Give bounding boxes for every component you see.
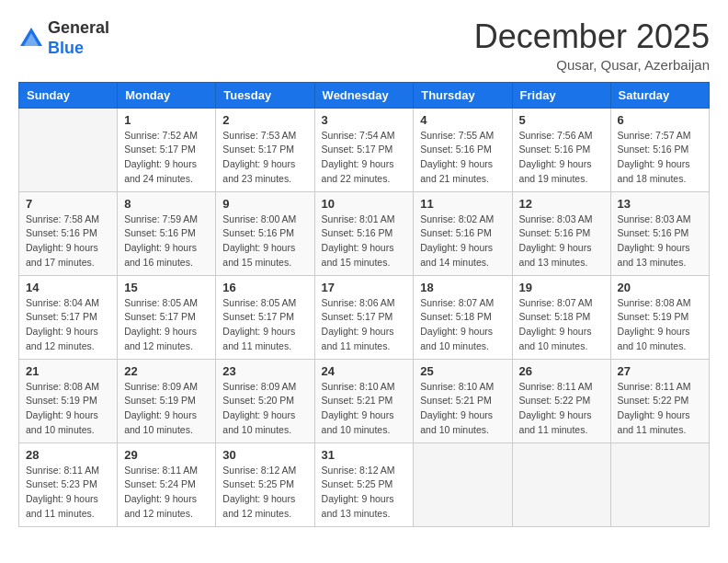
logo-text: General Blue [48, 18, 109, 58]
weekday-header-tuesday: Tuesday [216, 82, 314, 108]
calendar-cell: 21Sunrise: 8:08 AMSunset: 5:19 PMDayligh… [19, 359, 118, 442]
calendar-cell: 15Sunrise: 8:05 AMSunset: 5:17 PMDayligh… [118, 275, 216, 359]
day-number: 23 [222, 364, 307, 378]
day-number: 2 [222, 113, 307, 127]
day-number: 17 [322, 281, 407, 294]
day-number: 9 [222, 197, 307, 211]
day-number: 8 [124, 197, 209, 211]
day-info: Sunrise: 8:12 AMSunset: 5:25 PMDaylight:… [222, 464, 307, 522]
day-info: Sunrise: 7:54 AMSunset: 5:17 PMDaylight:… [322, 129, 407, 187]
calendar-week-1: 1Sunrise: 7:52 AMSunset: 5:17 PMDaylight… [19, 108, 710, 191]
day-info: Sunrise: 8:04 AMSunset: 5:17 PMDaylight:… [26, 296, 110, 354]
day-info: Sunrise: 8:10 AMSunset: 5:21 PMDaylight:… [420, 380, 505, 438]
weekday-header-friday: Friday [512, 82, 610, 108]
day-info: Sunrise: 8:05 AMSunset: 5:17 PMDaylight:… [222, 296, 307, 354]
day-info: Sunrise: 8:02 AMSunset: 5:16 PMDaylight:… [420, 213, 505, 270]
day-info: Sunrise: 7:56 AMSunset: 5:16 PMDaylight:… [519, 129, 604, 187]
weekday-header-row: SundayMondayTuesdayWednesdayThursdayFrid… [19, 82, 710, 108]
calendar-cell: 5Sunrise: 7:56 AMSunset: 5:16 PMDaylight… [512, 108, 610, 191]
weekday-header-monday: Monday [118, 82, 216, 108]
day-info: Sunrise: 8:05 AMSunset: 5:17 PMDaylight:… [124, 296, 209, 354]
day-number: 22 [124, 364, 209, 378]
logo-icon [18, 26, 44, 52]
day-number: 19 [519, 281, 604, 294]
calendar-cell: 29Sunrise: 8:11 AMSunset: 5:24 PMDayligh… [118, 442, 216, 526]
month-title: December 2025 [474, 18, 710, 55]
title-block: December 2025 Qusar, Qusar, Azerbaijan [474, 18, 710, 73]
calendar-cell: 2Sunrise: 7:53 AMSunset: 5:17 PMDaylight… [216, 108, 314, 191]
calendar-cell: 22Sunrise: 8:09 AMSunset: 5:19 PMDayligh… [118, 359, 216, 442]
day-number: 29 [124, 448, 209, 462]
day-info: Sunrise: 8:11 AMSunset: 5:22 PMDaylight:… [618, 380, 702, 438]
day-info: Sunrise: 8:08 AMSunset: 5:19 PMDaylight:… [26, 380, 110, 438]
calendar-cell: 20Sunrise: 8:08 AMSunset: 5:19 PMDayligh… [610, 275, 709, 359]
day-number: 1 [124, 113, 209, 127]
day-number: 25 [420, 364, 505, 378]
day-info: Sunrise: 7:57 AMSunset: 5:16 PMDaylight:… [618, 129, 702, 187]
calendar-cell [610, 442, 709, 526]
calendar-week-5: 28Sunrise: 8:11 AMSunset: 5:23 PMDayligh… [19, 442, 710, 526]
calendar-cell: 14Sunrise: 8:04 AMSunset: 5:17 PMDayligh… [19, 275, 118, 359]
calendar-cell: 13Sunrise: 8:03 AMSunset: 5:16 PMDayligh… [610, 191, 709, 275]
day-info: Sunrise: 8:03 AMSunset: 5:16 PMDaylight:… [519, 213, 604, 270]
day-number: 5 [519, 113, 604, 127]
day-info: Sunrise: 8:11 AMSunset: 5:23 PMDaylight:… [26, 464, 110, 522]
day-number: 7 [26, 197, 110, 211]
logo: General Blue [18, 18, 109, 58]
calendar-cell: 18Sunrise: 8:07 AMSunset: 5:18 PMDayligh… [414, 275, 512, 359]
day-info: Sunrise: 8:10 AMSunset: 5:21 PMDaylight:… [322, 380, 407, 438]
day-number: 4 [420, 113, 505, 127]
calendar-week-4: 21Sunrise: 8:08 AMSunset: 5:19 PMDayligh… [19, 359, 710, 442]
calendar-cell: 3Sunrise: 7:54 AMSunset: 5:17 PMDaylight… [314, 108, 414, 191]
day-info: Sunrise: 8:11 AMSunset: 5:22 PMDaylight:… [519, 380, 604, 438]
calendar-cell [19, 108, 118, 191]
calendar-cell: 9Sunrise: 8:00 AMSunset: 5:16 PMDaylight… [216, 191, 314, 275]
calendar-cell: 24Sunrise: 8:10 AMSunset: 5:21 PMDayligh… [314, 359, 414, 442]
calendar-cell: 12Sunrise: 8:03 AMSunset: 5:16 PMDayligh… [512, 191, 610, 275]
day-info: Sunrise: 7:58 AMSunset: 5:16 PMDaylight:… [26, 213, 110, 270]
calendar-cell: 25Sunrise: 8:10 AMSunset: 5:21 PMDayligh… [414, 359, 512, 442]
calendar-cell: 4Sunrise: 7:55 AMSunset: 5:16 PMDaylight… [414, 108, 512, 191]
location: Qusar, Qusar, Azerbaijan [474, 57, 710, 73]
calendar-cell: 30Sunrise: 8:12 AMSunset: 5:25 PMDayligh… [216, 442, 314, 526]
calendar-cell: 26Sunrise: 8:11 AMSunset: 5:22 PMDayligh… [512, 359, 610, 442]
day-info: Sunrise: 7:55 AMSunset: 5:16 PMDaylight:… [420, 129, 505, 187]
day-info: Sunrise: 8:01 AMSunset: 5:16 PMDaylight:… [322, 213, 407, 270]
day-number: 14 [26, 281, 110, 294]
calendar-cell: 31Sunrise: 8:12 AMSunset: 5:25 PMDayligh… [314, 442, 414, 526]
day-number: 28 [26, 448, 110, 462]
day-number: 10 [322, 197, 407, 211]
day-number: 3 [322, 113, 407, 127]
weekday-header-sunday: Sunday [19, 82, 118, 108]
calendar-cell: 6Sunrise: 7:57 AMSunset: 5:16 PMDaylight… [610, 108, 709, 191]
weekday-header-wednesday: Wednesday [314, 82, 414, 108]
calendar-cell: 7Sunrise: 7:58 AMSunset: 5:16 PMDaylight… [19, 191, 118, 275]
day-info: Sunrise: 8:07 AMSunset: 5:18 PMDaylight:… [519, 296, 604, 354]
day-info: Sunrise: 8:03 AMSunset: 5:16 PMDaylight:… [618, 213, 702, 270]
calendar-cell: 1Sunrise: 7:52 AMSunset: 5:17 PMDaylight… [118, 108, 216, 191]
calendar-cell: 11Sunrise: 8:02 AMSunset: 5:16 PMDayligh… [414, 191, 512, 275]
day-info: Sunrise: 8:12 AMSunset: 5:25 PMDaylight:… [322, 464, 407, 522]
calendar-cell: 27Sunrise: 8:11 AMSunset: 5:22 PMDayligh… [610, 359, 709, 442]
day-number: 30 [222, 448, 307, 462]
day-info: Sunrise: 8:09 AMSunset: 5:19 PMDaylight:… [124, 380, 209, 438]
calendar-cell: 17Sunrise: 8:06 AMSunset: 5:17 PMDayligh… [314, 275, 414, 359]
day-info: Sunrise: 7:59 AMSunset: 5:16 PMDaylight:… [124, 213, 209, 270]
calendar-week-2: 7Sunrise: 7:58 AMSunset: 5:16 PMDaylight… [19, 191, 710, 275]
day-number: 16 [222, 281, 307, 294]
day-info: Sunrise: 8:06 AMSunset: 5:17 PMDaylight:… [322, 296, 407, 354]
day-number: 12 [519, 197, 604, 211]
day-info: Sunrise: 8:08 AMSunset: 5:19 PMDaylight:… [618, 296, 702, 354]
day-number: 31 [322, 448, 407, 462]
calendar-cell [414, 442, 512, 526]
page-header: General Blue December 2025 Qusar, Qusar,… [18, 18, 710, 73]
day-number: 26 [519, 364, 604, 378]
day-number: 11 [420, 197, 505, 211]
day-number: 21 [26, 364, 110, 378]
day-info: Sunrise: 7:52 AMSunset: 5:17 PMDaylight:… [124, 129, 209, 187]
day-info: Sunrise: 8:00 AMSunset: 5:16 PMDaylight:… [222, 213, 307, 270]
day-number: 6 [618, 113, 702, 127]
calendar-cell: 28Sunrise: 8:11 AMSunset: 5:23 PMDayligh… [19, 442, 118, 526]
day-number: 20 [618, 281, 702, 294]
calendar-cell [512, 442, 610, 526]
